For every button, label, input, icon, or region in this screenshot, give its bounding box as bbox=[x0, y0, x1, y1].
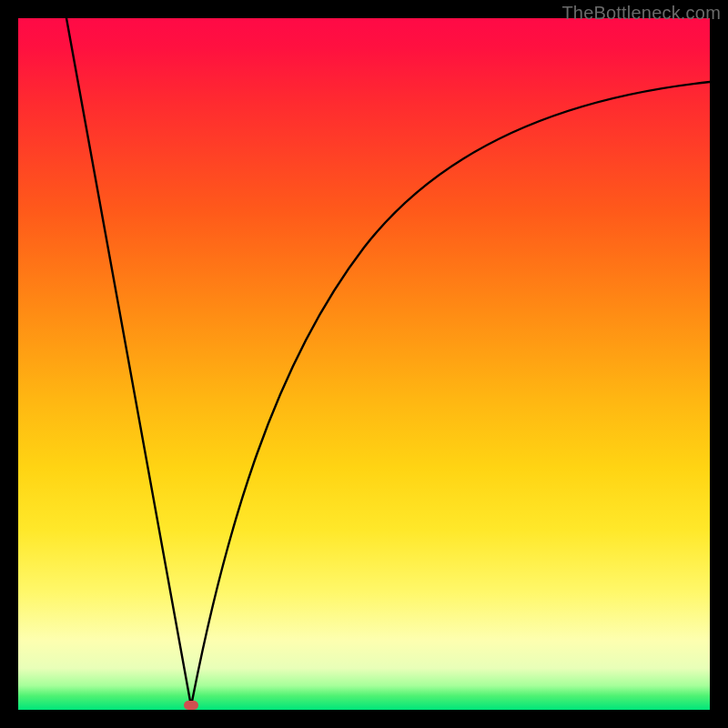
curve-left-arm bbox=[66, 18, 191, 706]
bottleneck-curve bbox=[18, 18, 710, 710]
curve-right-arm bbox=[191, 82, 710, 706]
bottleneck-marker bbox=[184, 701, 198, 710]
watermark-text: TheBottleneck.com bbox=[561, 3, 721, 24]
plot-frame bbox=[18, 18, 710, 710]
